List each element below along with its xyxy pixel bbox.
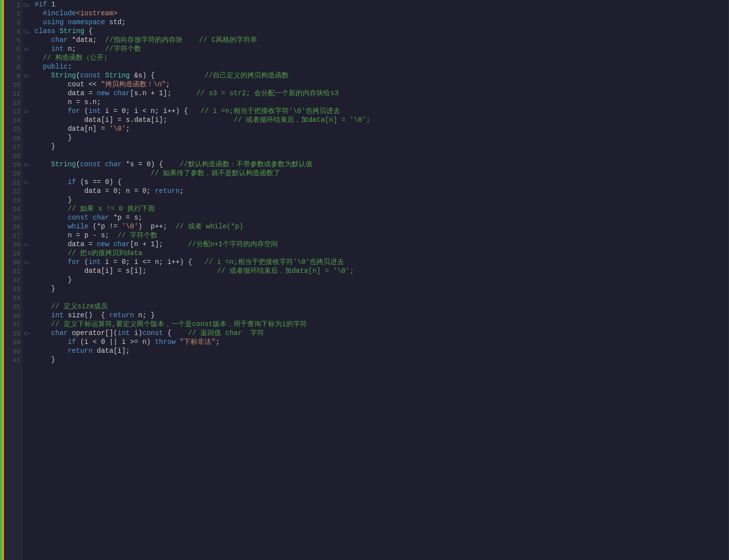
fold-10 [23, 81, 32, 90]
fold-18 [23, 152, 32, 161]
fold-25 [23, 214, 32, 223]
editor-container: 12345 678910 1112131415 1617181920 21222… [0, 0, 729, 560]
fold-5 [23, 37, 32, 45]
fold-3 [23, 19, 32, 28]
fold-8 [23, 63, 32, 72]
fold-col: □- □- □- □- □- □- □- [23, 0, 32, 560]
fold-32 [23, 276, 32, 285]
line-numbers: 12345 678910 1112131415 1617181920 21222… [4, 1, 23, 365]
fold-30[interactable]: □- [23, 259, 32, 267]
fold-11 [23, 90, 32, 99]
fold-16 [23, 134, 32, 143]
fold-23 [23, 196, 32, 205]
fold-24 [23, 205, 32, 214]
fold-21[interactable]: □- [23, 179, 32, 187]
fold-2 [23, 10, 32, 19]
fold-28[interactable]: □- [23, 241, 32, 250]
fold-37 [23, 321, 32, 330]
fold-27 [23, 232, 32, 241]
fold-19[interactable]: □- [23, 161, 32, 170]
fold-indicators[interactable]: □- □- □- □- □- □- □- [23, 1, 32, 365]
fold-9[interactable]: □- [23, 72, 32, 81]
fold-6[interactable]: □- [23, 45, 32, 54]
fold-31 [23, 267, 32, 276]
fold-36 [23, 312, 32, 321]
fold-17 [23, 143, 32, 152]
fold-38[interactable]: □- [23, 330, 32, 338]
fold-20 [23, 170, 32, 179]
fold-12 [23, 99, 32, 108]
line-numbers-col: 12345 678910 1112131415 1617181920 21222… [4, 0, 23, 560]
fold-13[interactable]: □- [23, 108, 32, 116]
fold-41 [23, 356, 32, 365]
fold-14 [23, 116, 32, 125]
code-area[interactable]: #if 1 #include<iostream> using namespace… [32, 0, 728, 560]
fold-26 [23, 223, 32, 232]
fold-39 [23, 338, 32, 347]
fold-33 [23, 285, 32, 294]
fold-7 [23, 54, 32, 63]
fold-35 [23, 303, 32, 312]
fold-4[interactable]: □- [23, 28, 32, 37]
code-pre: #if 1 #include<iostream> using namespace… [35, 0, 728, 364]
fold-29 [23, 250, 32, 259]
fold-40 [23, 347, 32, 356]
fold-15 [23, 125, 32, 134]
fold-22 [23, 187, 32, 196]
fold-1[interactable]: □- [23, 1, 32, 10]
fold-34 [23, 294, 32, 303]
